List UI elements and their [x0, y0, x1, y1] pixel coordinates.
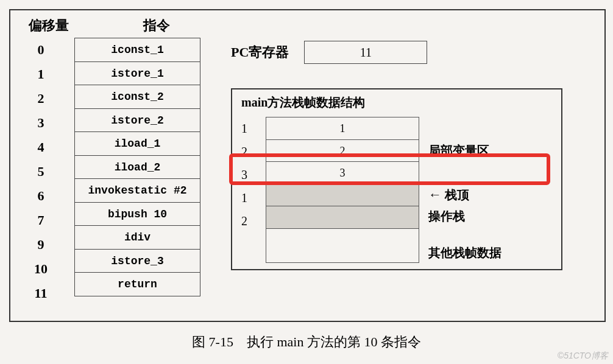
- label-local-vars: 局部变量区: [428, 142, 489, 159]
- other-frame-data-cell: [266, 228, 419, 263]
- instruction-cell: iload_1: [74, 131, 200, 156]
- offset-cell: 11: [23, 281, 59, 306]
- right-column: PC寄存器 11 main方法栈帧数据结构 1 2 3 1 2 1 2: [231, 38, 592, 306]
- stackframe-cells: 1 2 3: [266, 117, 419, 263]
- offset-cell: 4: [23, 135, 59, 159]
- offset-cell: 7: [23, 208, 59, 233]
- pc-register-label: PC寄存器: [231, 43, 289, 61]
- local-idx: 2: [241, 140, 260, 163]
- table-headers: 偏移量 指令: [23, 16, 592, 35]
- instruction-cell: iconst_2: [74, 85, 200, 109]
- local-var-cell: 2: [266, 139, 419, 163]
- instruction-cell: iload_2: [74, 155, 200, 180]
- content-row: 0 1 2 3 4 5 6 7 9 10 11 iconst_1 istore_…: [23, 38, 592, 306]
- stackframe-table: 1 2 3 1 2 1 2 3 局部变量区: [241, 117, 552, 263]
- watermark: ©51CTO博客: [558, 351, 608, 362]
- instruction-cell: return: [74, 272, 200, 296]
- offset-cell: 10: [23, 257, 59, 281]
- offset-cell: 6: [23, 184, 59, 208]
- stackframe-title: main方法栈帧数据结构: [241, 94, 552, 111]
- local-var-cell: 3: [266, 161, 419, 184]
- local-var-cell: 1: [266, 117, 419, 140]
- instruction-cell: invokestatic #2: [74, 178, 200, 203]
- header-offset: 偏移量: [29, 16, 77, 35]
- local-idx: 1: [241, 117, 260, 140]
- stackframe-indices: 1 2 3 1 2: [241, 117, 260, 263]
- opstack-cell: [266, 206, 419, 229]
- label-op-stack: 操作栈: [428, 208, 465, 225]
- offset-cell: 1: [23, 62, 59, 86]
- label-other-data: 其他栈帧数据: [428, 245, 501, 261]
- header-instruction: 指令: [96, 16, 218, 35]
- offset-cell: 9: [23, 233, 59, 257]
- pc-register-value: 11: [304, 41, 427, 64]
- instruction-cell: istore_3: [74, 249, 200, 273]
- instruction-cell: istore_1: [74, 61, 200, 86]
- offset-cell: 2: [23, 86, 59, 111]
- offset-column: 0 1 2 3 4 5 6 7 9 10 11: [23, 38, 59, 306]
- opstack-idx: 1: [241, 186, 260, 209]
- instruction-cell: idiv: [74, 225, 200, 250]
- label-stack-top-text: 栈顶: [445, 188, 469, 201]
- opstack-cell: [266, 184, 419, 207]
- instruction-cell: bipush 10: [74, 202, 200, 226]
- offset-cell: 5: [23, 159, 59, 184]
- stackframe-box: main方法栈帧数据结构 1 2 3 1 2 1 2 3: [231, 88, 562, 270]
- offset-cell: 0: [23, 38, 59, 62]
- arrow-left-icon: ←: [428, 187, 442, 203]
- pc-register-row: PC寄存器 11: [231, 41, 592, 64]
- instruction-cell: iconst_1: [74, 38, 200, 62]
- label-stack-top: ←栈顶: [428, 187, 469, 203]
- instruction-table: 0 1 2 3 4 5 6 7 9 10 11 iconst_1 istore_…: [23, 38, 200, 306]
- figure-caption: 图 7-15 执行 main 方法的第 10 条指令: [9, 333, 604, 351]
- local-idx: 3: [241, 163, 260, 186]
- diagram-outer-box: 偏移量 指令 0 1 2 3 4 5 6 7 9 10 11 iconst_1 …: [9, 9, 606, 322]
- instruction-cell: istore_2: [74, 108, 200, 133]
- instruction-column: iconst_1 istore_1 iconst_2 istore_2 iloa…: [74, 38, 200, 306]
- offset-cell: 3: [23, 111, 59, 135]
- opstack-idx: 2: [241, 209, 260, 233]
